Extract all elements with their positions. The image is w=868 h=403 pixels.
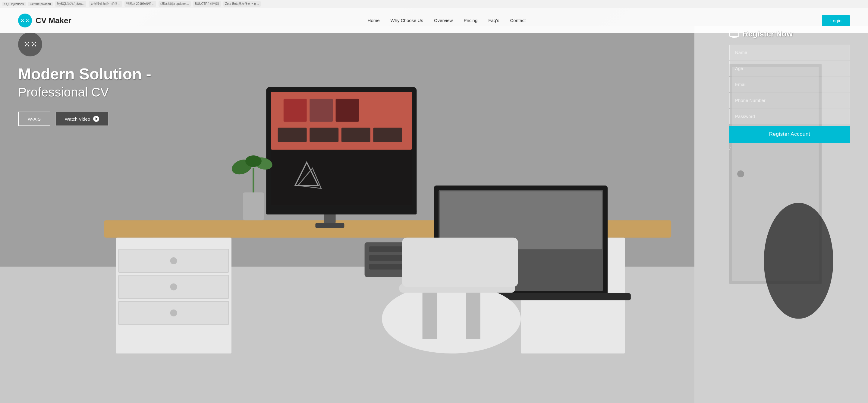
email-input[interactable] bbox=[730, 77, 850, 92]
browser-tab-bar: SQL Injections Get the pikachu MySQL学习之布… bbox=[0, 0, 868, 8]
login-button[interactable]: Login bbox=[822, 15, 850, 26]
brand-name: CV Maker bbox=[36, 16, 71, 25]
tab-4[interactable]: 如何理解九学中的信... bbox=[89, 1, 122, 7]
nav-links: Home Why Choose Us Overview Pricing Faq'… bbox=[368, 18, 526, 23]
register-form: Register Account } bbox=[730, 45, 850, 150]
form-note: } bbox=[730, 145, 850, 150]
hero-content: ⁙⁙ Modern Solution - Professional CV W-A… bbox=[18, 32, 151, 126]
play-icon bbox=[93, 116, 99, 122]
watch-video-button[interactable]: Watch Video bbox=[55, 112, 109, 126]
blackberry-icon: ⁙⁙ bbox=[20, 17, 30, 24]
nav-contact[interactable]: Contact bbox=[510, 18, 526, 23]
tab-8[interactable]: Zeta-Beta是在什么？有... bbox=[223, 1, 261, 7]
hero-title: Modern Solution - bbox=[18, 65, 151, 83]
hero-subtitle: Professional CV bbox=[18, 85, 151, 99]
tab-7[interactable]: BUUCTF在线判题 bbox=[193, 1, 221, 7]
wais-button[interactable]: W-AIS bbox=[18, 112, 50, 126]
tab-3[interactable]: MySQL学习之布尔... bbox=[55, 1, 87, 7]
register-title: Register Now bbox=[730, 29, 850, 38]
nav-overview[interactable]: Overview bbox=[434, 18, 453, 23]
nav-faqs[interactable]: Faq's bbox=[488, 18, 499, 23]
hero-logo-circle: ⁙⁙ bbox=[18, 32, 42, 56]
nav-home[interactable]: Home bbox=[368, 18, 380, 23]
svg-rect-54 bbox=[732, 37, 737, 38]
age-row bbox=[730, 61, 850, 76]
tab-2[interactable]: Get the pikachu bbox=[28, 2, 53, 6]
phone-input[interactable] bbox=[730, 93, 850, 108]
nav-pricing[interactable]: Pricing bbox=[464, 18, 477, 23]
tab-5[interactable]: 强网杯 2019随便注... bbox=[124, 1, 156, 7]
tab-1[interactable]: SQL Injections bbox=[2, 2, 26, 6]
hero-buttons: W-AIS Watch Video bbox=[18, 112, 151, 126]
brand: ⁙⁙ CV Maker bbox=[18, 13, 71, 27]
hero-blackberry-icon: ⁙⁙ bbox=[23, 39, 37, 50]
age-input[interactable] bbox=[730, 61, 850, 76]
register-title-text: Register Now bbox=[743, 29, 793, 38]
register-panel: Register Now Register Account } bbox=[730, 29, 850, 150]
monitor-icon bbox=[730, 30, 739, 38]
nav-why-choose-us[interactable]: Why Choose Us bbox=[391, 18, 423, 23]
password-input[interactable] bbox=[730, 109, 850, 124]
svg-rect-52 bbox=[730, 30, 739, 36]
tab-6[interactable]: (25条消息) updatex... bbox=[158, 1, 190, 7]
brand-logo: ⁙⁙ bbox=[18, 13, 32, 27]
watch-video-label: Watch Video bbox=[65, 116, 90, 121]
register-button[interactable]: Register Account bbox=[730, 126, 850, 143]
name-input[interactable] bbox=[730, 45, 850, 60]
hero-section: ⁙⁙ CV Maker Home Why Choose Us Overview … bbox=[0, 8, 868, 403]
